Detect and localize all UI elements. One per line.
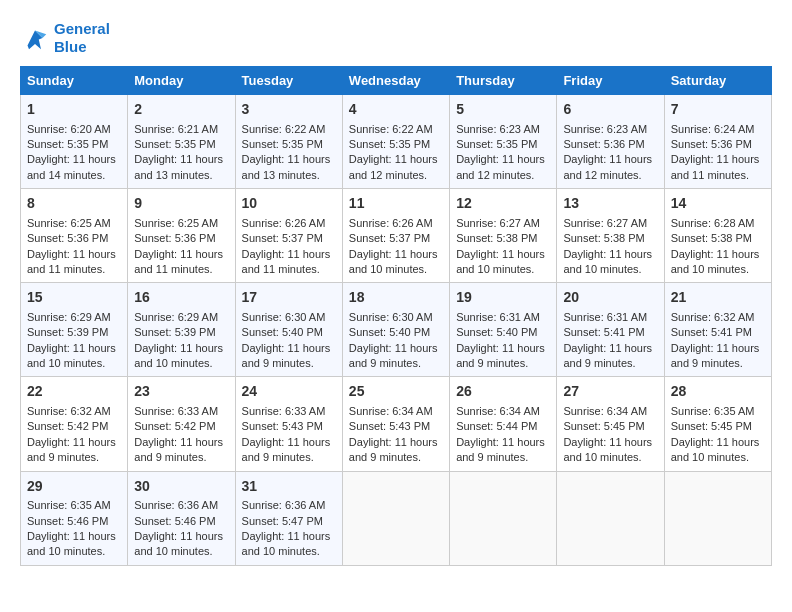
daylight-label: Daylight: 11 hours and 13 minutes. <box>134 153 223 180</box>
sunset-label: Sunset: 5:38 PM <box>456 232 537 244</box>
calendar-body: 1Sunrise: 6:20 AMSunset: 5:35 PMDaylight… <box>21 95 772 566</box>
daylight-label: Daylight: 11 hours and 10 minutes. <box>563 248 652 275</box>
sunset-label: Sunset: 5:35 PM <box>242 138 323 150</box>
day-number: 20 <box>563 288 657 308</box>
sunrise-label: Sunrise: 6:20 AM <box>27 123 111 135</box>
day-number: 15 <box>27 288 121 308</box>
sunset-label: Sunset: 5:41 PM <box>671 326 752 338</box>
logo-text: General Blue <box>54 20 110 56</box>
day-number: 8 <box>27 194 121 214</box>
sunrise-label: Sunrise: 6:28 AM <box>671 217 755 229</box>
daylight-label: Daylight: 11 hours and 10 minutes. <box>349 248 438 275</box>
day-number: 14 <box>671 194 765 214</box>
calendar-header: SundayMondayTuesdayWednesdayThursdayFrid… <box>21 67 772 95</box>
day-number: 13 <box>563 194 657 214</box>
sunset-label: Sunset: 5:46 PM <box>27 515 108 527</box>
week-row-3: 15Sunrise: 6:29 AMSunset: 5:39 PMDayligh… <box>21 283 772 377</box>
sunset-label: Sunset: 5:45 PM <box>671 420 752 432</box>
calendar-cell: 11Sunrise: 6:26 AMSunset: 5:37 PMDayligh… <box>342 189 449 283</box>
sunset-label: Sunset: 5:38 PM <box>671 232 752 244</box>
sunset-label: Sunset: 5:47 PM <box>242 515 323 527</box>
day-number: 23 <box>134 382 228 402</box>
calendar-cell: 6Sunrise: 6:23 AMSunset: 5:36 PMDaylight… <box>557 95 664 189</box>
sunrise-label: Sunrise: 6:32 AM <box>671 311 755 323</box>
sunrise-label: Sunrise: 6:23 AM <box>563 123 647 135</box>
daylight-label: Daylight: 11 hours and 11 minutes. <box>242 248 331 275</box>
daylight-label: Daylight: 11 hours and 10 minutes. <box>242 530 331 557</box>
week-row-4: 22Sunrise: 6:32 AMSunset: 5:42 PMDayligh… <box>21 377 772 471</box>
sunset-label: Sunset: 5:36 PM <box>563 138 644 150</box>
sunset-label: Sunset: 5:40 PM <box>456 326 537 338</box>
day-number: 28 <box>671 382 765 402</box>
day-number: 9 <box>134 194 228 214</box>
daylight-label: Daylight: 11 hours and 9 minutes. <box>349 342 438 369</box>
daylight-label: Daylight: 11 hours and 9 minutes. <box>456 342 545 369</box>
sunset-label: Sunset: 5:42 PM <box>134 420 215 432</box>
sunset-label: Sunset: 5:35 PM <box>134 138 215 150</box>
calendar-cell: 7Sunrise: 6:24 AMSunset: 5:36 PMDaylight… <box>664 95 771 189</box>
sunrise-label: Sunrise: 6:34 AM <box>456 405 540 417</box>
day-number: 31 <box>242 477 336 497</box>
calendar-cell: 3Sunrise: 6:22 AMSunset: 5:35 PMDaylight… <box>235 95 342 189</box>
day-number: 12 <box>456 194 550 214</box>
sunset-label: Sunset: 5:35 PM <box>27 138 108 150</box>
day-number: 10 <box>242 194 336 214</box>
sunrise-label: Sunrise: 6:36 AM <box>242 499 326 511</box>
daylight-label: Daylight: 11 hours and 12 minutes. <box>456 153 545 180</box>
daylight-label: Daylight: 11 hours and 13 minutes. <box>242 153 331 180</box>
sunrise-label: Sunrise: 6:30 AM <box>242 311 326 323</box>
sunrise-label: Sunrise: 6:35 AM <box>671 405 755 417</box>
sunset-label: Sunset: 5:36 PM <box>27 232 108 244</box>
sunrise-label: Sunrise: 6:36 AM <box>134 499 218 511</box>
day-number: 7 <box>671 100 765 120</box>
daylight-label: Daylight: 11 hours and 10 minutes. <box>27 530 116 557</box>
daylight-label: Daylight: 11 hours and 9 minutes. <box>671 342 760 369</box>
week-row-1: 1Sunrise: 6:20 AMSunset: 5:35 PMDaylight… <box>21 95 772 189</box>
calendar-cell: 5Sunrise: 6:23 AMSunset: 5:35 PMDaylight… <box>450 95 557 189</box>
daylight-label: Daylight: 11 hours and 10 minutes. <box>456 248 545 275</box>
daylight-label: Daylight: 11 hours and 10 minutes. <box>134 530 223 557</box>
calendar-cell: 25Sunrise: 6:34 AMSunset: 5:43 PMDayligh… <box>342 377 449 471</box>
day-number: 16 <box>134 288 228 308</box>
calendar-cell: 31Sunrise: 6:36 AMSunset: 5:47 PMDayligh… <box>235 471 342 565</box>
sunrise-label: Sunrise: 6:33 AM <box>242 405 326 417</box>
calendar-cell: 8Sunrise: 6:25 AMSunset: 5:36 PMDaylight… <box>21 189 128 283</box>
calendar-cell: 24Sunrise: 6:33 AMSunset: 5:43 PMDayligh… <box>235 377 342 471</box>
sunset-label: Sunset: 5:42 PM <box>27 420 108 432</box>
sunrise-label: Sunrise: 6:22 AM <box>349 123 433 135</box>
calendar-cell: 15Sunrise: 6:29 AMSunset: 5:39 PMDayligh… <box>21 283 128 377</box>
sunset-label: Sunset: 5:44 PM <box>456 420 537 432</box>
header-cell-saturday: Saturday <box>664 67 771 95</box>
day-number: 24 <box>242 382 336 402</box>
calendar-cell: 21Sunrise: 6:32 AMSunset: 5:41 PMDayligh… <box>664 283 771 377</box>
sunrise-label: Sunrise: 6:29 AM <box>134 311 218 323</box>
calendar-cell <box>557 471 664 565</box>
sunset-label: Sunset: 5:36 PM <box>134 232 215 244</box>
daylight-label: Daylight: 11 hours and 10 minutes. <box>27 342 116 369</box>
day-number: 17 <box>242 288 336 308</box>
sunset-label: Sunset: 5:36 PM <box>671 138 752 150</box>
header-row: SundayMondayTuesdayWednesdayThursdayFrid… <box>21 67 772 95</box>
sunrise-label: Sunrise: 6:31 AM <box>563 311 647 323</box>
sunrise-label: Sunrise: 6:32 AM <box>27 405 111 417</box>
sunrise-label: Sunrise: 6:26 AM <box>242 217 326 229</box>
daylight-label: Daylight: 11 hours and 9 minutes. <box>563 342 652 369</box>
calendar-cell: 27Sunrise: 6:34 AMSunset: 5:45 PMDayligh… <box>557 377 664 471</box>
sunset-label: Sunset: 5:37 PM <box>242 232 323 244</box>
logo: General Blue <box>20 20 110 56</box>
sunset-label: Sunset: 5:43 PM <box>242 420 323 432</box>
header-cell-thursday: Thursday <box>450 67 557 95</box>
calendar-cell: 22Sunrise: 6:32 AMSunset: 5:42 PMDayligh… <box>21 377 128 471</box>
day-number: 18 <box>349 288 443 308</box>
sunrise-label: Sunrise: 6:22 AM <box>242 123 326 135</box>
sunset-label: Sunset: 5:40 PM <box>349 326 430 338</box>
logo-icon <box>20 23 50 53</box>
calendar-cell: 16Sunrise: 6:29 AMSunset: 5:39 PMDayligh… <box>128 283 235 377</box>
calendar-cell: 26Sunrise: 6:34 AMSunset: 5:44 PMDayligh… <box>450 377 557 471</box>
sunset-label: Sunset: 5:39 PM <box>134 326 215 338</box>
calendar-cell <box>342 471 449 565</box>
sunset-label: Sunset: 5:35 PM <box>349 138 430 150</box>
header-cell-monday: Monday <box>128 67 235 95</box>
calendar-cell: 19Sunrise: 6:31 AMSunset: 5:40 PMDayligh… <box>450 283 557 377</box>
sunrise-label: Sunrise: 6:23 AM <box>456 123 540 135</box>
